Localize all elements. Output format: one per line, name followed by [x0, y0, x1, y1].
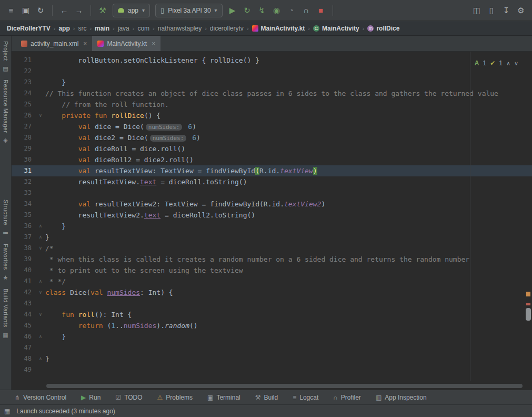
code-line[interactable]: 47 — [12, 342, 532, 353]
code-line[interactable]: 27 val dice = Dice(numSides: 6) — [12, 121, 532, 132]
warning-stripe-mark[interactable] — [526, 292, 530, 296]
code-line[interactable]: 35 resultTextView2.text = diceRoll2.toSt… — [12, 210, 532, 221]
tool-window-button[interactable]: ⚒ Build — [255, 394, 278, 401]
line-number[interactable]: 38 — [12, 243, 36, 254]
avd-manager-icon[interactable]: ▯ — [485, 4, 498, 17]
code-line[interactable]: 29 val diceRoll = dice.roll() — [12, 143, 532, 154]
line-number[interactable]: 24 — [12, 88, 36, 99]
line-number[interactable]: 39 — [12, 254, 36, 265]
fold-marker[interactable] — [36, 77, 45, 88]
line-number[interactable]: 30 — [12, 154, 36, 165]
error-stripe-mark[interactable] — [526, 303, 530, 305]
tool-window-button[interactable]: Build Variants ▦ — [3, 289, 9, 339]
code-line[interactable]: 30 val diceRoll2 = dice2.roll() — [12, 154, 532, 165]
code-line[interactable]: 38 ∨ /* — [12, 243, 532, 254]
code-line[interactable]: 33 — [12, 187, 532, 198]
close-icon[interactable]: × — [152, 40, 155, 47]
line-number[interactable]: 48 — [12, 353, 36, 364]
fold-marker[interactable] — [36, 165, 45, 176]
code-line[interactable]: 22 — [12, 66, 532, 77]
fold-marker[interactable] — [36, 121, 45, 132]
tool-window-button[interactable]: Project ▤ — [3, 41, 9, 72]
line-number[interactable]: 35 — [12, 210, 36, 221]
tool-window-button[interactable]: ☑ TODO — [115, 394, 142, 401]
fold-marker[interactable] — [36, 265, 45, 276]
fold-marker[interactable]: ∨ — [36, 243, 45, 254]
fold-marker[interactable] — [36, 198, 45, 210]
breadcrumb-item[interactable]: MainActivity.kt — [250, 24, 307, 33]
tool-window-button[interactable]: Favorites ★ — [3, 244, 9, 281]
line-number[interactable]: 42 — [12, 287, 36, 298]
code-line[interactable]: 34 val resultTextView2: TextView = findV… — [12, 198, 532, 210]
vertical-scrollbar-thumb[interactable] — [526, 308, 531, 321]
line-number[interactable]: 45 — [12, 320, 36, 331]
main-menu-icon[interactable]: ≡ — [4, 4, 18, 17]
code-line[interactable]: 32 resultTextView.text = diceRoll.toStri… — [12, 176, 532, 187]
code-line[interactable]: 42 ∨ class Dice(val numSides: Int) { — [12, 287, 532, 298]
fold-marker[interactable] — [36, 187, 45, 198]
previous-issue-icon[interactable]: ∧ — [506, 58, 510, 69]
build-project-icon[interactable]: ⚒ — [96, 4, 109, 17]
horizontal-scrollbar-thumb[interactable] — [46, 384, 523, 388]
fold-marker[interactable] — [36, 143, 45, 154]
line-number[interactable]: 26 — [12, 110, 36, 121]
tool-window-button[interactable]: ⋔ Version Control — [15, 394, 66, 401]
code-line[interactable]: 26 ∨ private fun rollDice() { — [12, 110, 532, 121]
code-line[interactable]: 43 — [12, 298, 532, 309]
attach-debugger-icon[interactable]: ◫ — [470, 4, 484, 17]
run-icon[interactable]: ▶ — [226, 4, 239, 17]
line-number[interactable]: 43 — [12, 298, 36, 309]
tool-window-button[interactable]: ▶ Run — [81, 394, 101, 401]
forward-icon[interactable]: → — [72, 4, 86, 17]
line-number[interactable]: 44 — [12, 309, 36, 320]
profile-icon[interactable]: ◔ — [285, 4, 298, 17]
sync-icon[interactable]: ↻ — [34, 4, 47, 17]
code-line[interactable]: 23 } — [12, 77, 532, 88]
fold-marker[interactable] — [36, 99, 45, 110]
line-number[interactable]: 40 — [12, 265, 36, 276]
editor-tab[interactable]: MainActivity.kt × — [92, 36, 160, 51]
fold-marker[interactable] — [36, 88, 45, 99]
code-editor[interactable]: 21 rollButton.setOnClickListener { rollD… — [12, 52, 532, 390]
breadcrumb-item[interactable]: m rollDice — [366, 24, 401, 33]
apply-changes-icon[interactable]: ↻ — [240, 4, 254, 17]
line-number[interactable]: 25 — [12, 99, 36, 110]
fold-marker[interactable]: ∨ — [36, 309, 45, 320]
line-number[interactable]: 47 — [12, 342, 36, 353]
close-icon[interactable]: × — [83, 40, 87, 47]
tool-window-toggle-icon[interactable]: ▦ — [4, 408, 10, 415]
vertical-scrollbar[interactable] — [525, 52, 532, 381]
sdk-manager-icon[interactable]: ↧ — [499, 4, 513, 17]
fold-marker[interactable]: ∨ — [36, 287, 45, 298]
run-configuration-dropdown[interactable]: app ▾ — [113, 4, 150, 17]
code-line[interactable]: 45 return (1..numSides).random() — [12, 320, 532, 331]
code-line[interactable]: 49 — [12, 364, 532, 375]
fold-marker[interactable] — [36, 154, 45, 165]
fold-marker[interactable]: ∧ — [36, 232, 45, 243]
code-line[interactable]: 37 ∧ } — [12, 232, 532, 243]
editor-tab[interactable]: activity_main.xml × — [16, 36, 92, 51]
code-line[interactable]: 21 rollButton.setOnClickListener { rollD… — [12, 55, 532, 66]
tool-window-button[interactable]: ▥ App Inspection — [376, 394, 427, 401]
tool-window-button[interactable]: ∩ Profiler — [333, 394, 361, 401]
line-number[interactable]: 23 — [12, 77, 36, 88]
breadcrumb-item[interactable]: C MainActivity — [312, 24, 361, 33]
line-number[interactable]: 32 — [12, 176, 36, 187]
breadcrumb-item[interactable]: app — [57, 24, 71, 33]
fold-marker[interactable] — [36, 176, 45, 187]
breadcrumb-item[interactable]: main — [93, 24, 111, 33]
breadcrumb-item[interactable]: DiceRollerYTV — [5, 24, 52, 33]
fold-marker[interactable]: ∧ — [36, 353, 45, 364]
fold-marker[interactable] — [36, 342, 45, 353]
line-number[interactable]: 29 — [12, 143, 36, 154]
fold-marker[interactable] — [36, 132, 45, 143]
tool-window-button[interactable]: ≡ Logcat — [293, 394, 318, 401]
fold-marker[interactable] — [36, 55, 45, 66]
save-all-icon[interactable]: ▣ — [19, 4, 33, 17]
stop-icon[interactable]: ■ — [314, 4, 328, 17]
fold-marker[interactable] — [36, 298, 45, 309]
line-number[interactable]: 22 — [12, 66, 36, 77]
breadcrumb-item[interactable]: dicerollerytv — [208, 24, 245, 33]
code-line[interactable]: 25 // from the roll function. — [12, 99, 532, 110]
breadcrumb-item[interactable]: java — [116, 24, 131, 33]
